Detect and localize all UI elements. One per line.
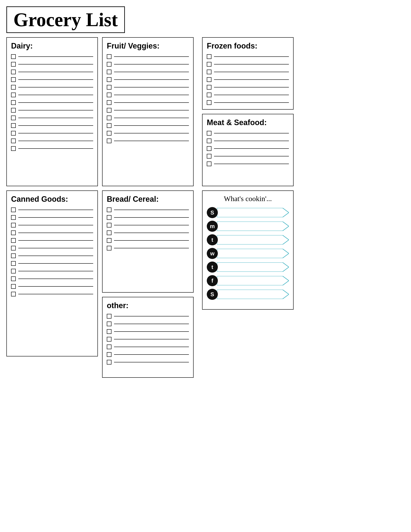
check-line: [114, 331, 189, 332]
checkbox[interactable]: [11, 70, 16, 74]
checkbox[interactable]: [11, 223, 16, 228]
meat-section: Meat & Seafood:: [202, 114, 294, 186]
checkbox[interactable]: [11, 108, 16, 113]
checkbox[interactable]: [11, 77, 16, 82]
checkbox[interactable]: [107, 77, 112, 82]
checkbox[interactable]: [107, 108, 112, 113]
list-item: [11, 70, 93, 74]
checkbox[interactable]: [11, 54, 16, 59]
checkbox[interactable]: [107, 314, 112, 319]
checkbox[interactable]: [11, 215, 16, 220]
checkbox[interactable]: [207, 154, 211, 159]
list-item: [107, 62, 189, 66]
checkbox[interactable]: [107, 337, 112, 342]
checkbox[interactable]: [107, 70, 112, 74]
checkbox[interactable]: [107, 352, 112, 357]
checkbox[interactable]: [11, 139, 16, 143]
checkbox[interactable]: [11, 85, 16, 90]
check-line: [214, 148, 289, 149]
list-item: [107, 85, 189, 90]
checkbox[interactable]: [11, 146, 16, 151]
list-item: [207, 93, 289, 97]
checkbox[interactable]: [207, 93, 211, 97]
arrow-svg-monday: [217, 221, 289, 231]
list-item: [107, 223, 189, 228]
checkbox[interactable]: [207, 62, 211, 66]
list-item: [11, 54, 93, 59]
list-item: [107, 329, 189, 334]
checkbox[interactable]: [107, 123, 112, 128]
check-line: [114, 64, 189, 65]
check-line: [114, 233, 189, 233]
list-item: [107, 100, 189, 105]
check-line: [114, 347, 189, 347]
checkbox[interactable]: [107, 322, 112, 326]
frozen-list: [207, 54, 289, 105]
fruit-title: Fruit/ Veggies:: [107, 41, 189, 50]
checkbox[interactable]: [107, 246, 112, 250]
checkbox[interactable]: [11, 123, 16, 128]
checkbox[interactable]: [207, 85, 211, 90]
check-line: [18, 87, 93, 87]
day-row-friday: f: [207, 275, 289, 286]
check-line: [18, 79, 93, 80]
checkbox[interactable]: [11, 253, 16, 258]
checkbox[interactable]: [107, 131, 112, 135]
checkbox[interactable]: [107, 208, 112, 212]
checkbox[interactable]: [11, 284, 16, 289]
right-bottom-stack: Bread/ Cereal: other:: [102, 190, 194, 378]
checkbox[interactable]: [11, 131, 16, 135]
check-line: [18, 225, 93, 225]
checkbox[interactable]: [11, 93, 16, 97]
checkbox[interactable]: [107, 329, 112, 334]
list-item: [207, 162, 289, 166]
checkbox[interactable]: [107, 360, 112, 364]
checkbox[interactable]: [207, 70, 211, 74]
checkbox[interactable]: [107, 238, 112, 243]
checkbox[interactable]: [207, 146, 211, 151]
dairy-list: [11, 54, 93, 151]
checkbox[interactable]: [11, 246, 16, 250]
day-row-saturday: S: [207, 289, 289, 300]
checkbox[interactable]: [107, 93, 112, 97]
checkbox[interactable]: [107, 344, 112, 349]
checkbox[interactable]: [107, 85, 112, 90]
check-line: [18, 294, 93, 294]
checkbox[interactable]: [11, 62, 16, 66]
checkbox[interactable]: [107, 223, 112, 228]
checkbox[interactable]: [207, 100, 211, 105]
checkbox[interactable]: [107, 54, 112, 59]
checkbox[interactable]: [207, 131, 211, 135]
checkbox[interactable]: [11, 261, 16, 266]
checkbox[interactable]: [11, 208, 16, 212]
checkbox[interactable]: [207, 77, 211, 82]
check-line: [18, 95, 93, 95]
checkbox[interactable]: [107, 115, 112, 120]
check-line: [214, 79, 289, 80]
checkbox[interactable]: [107, 230, 112, 235]
list-item: [107, 360, 189, 364]
checkbox[interactable]: [11, 100, 16, 105]
checkbox[interactable]: [107, 100, 112, 105]
checkbox[interactable]: [107, 215, 112, 220]
checkbox[interactable]: [11, 230, 16, 235]
svg-marker-2: [217, 235, 289, 245]
checkbox[interactable]: [207, 162, 211, 166]
checkbox[interactable]: [207, 139, 211, 143]
arrow-svg-thursday: [217, 262, 289, 272]
frozen-title: Frozen foods:: [207, 41, 289, 50]
list-item: [11, 215, 93, 220]
checkbox[interactable]: [11, 269, 16, 274]
checkbox[interactable]: [11, 276, 16, 281]
check-line: [114, 95, 189, 95]
list-item: [11, 246, 93, 250]
checkbox[interactable]: [11, 238, 16, 243]
checkbox[interactable]: [11, 292, 16, 296]
checkbox[interactable]: [107, 139, 112, 143]
checkbox[interactable]: [11, 115, 16, 120]
checkbox[interactable]: [207, 54, 211, 59]
checkbox[interactable]: [107, 62, 112, 66]
title-box: Grocery List: [6, 6, 125, 33]
check-line: [214, 95, 289, 95]
list-item: [11, 223, 93, 228]
